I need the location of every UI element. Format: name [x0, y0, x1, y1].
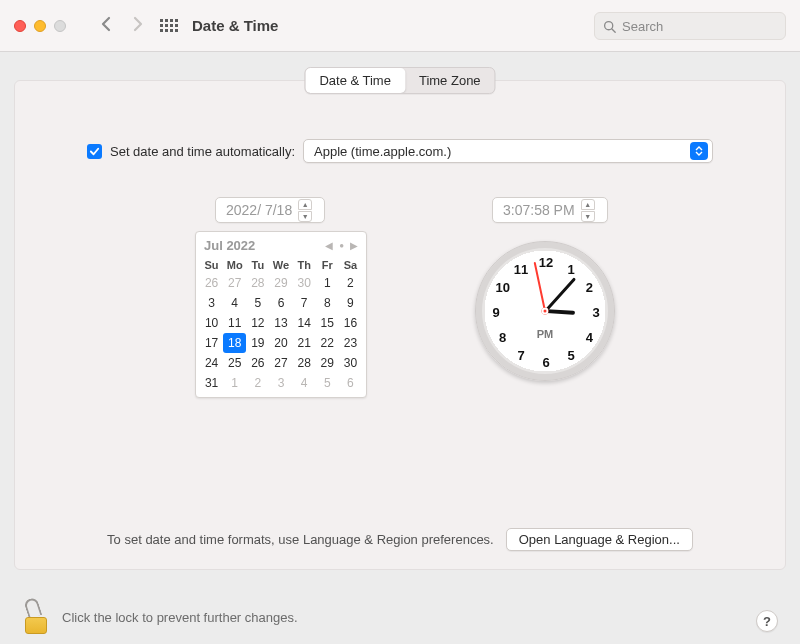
- calendar-next-icon[interactable]: ▶: [350, 240, 358, 251]
- calendar-day[interactable]: 28: [293, 353, 316, 373]
- search-field[interactable]: Search: [594, 12, 786, 40]
- calendar-day[interactable]: 1: [316, 273, 339, 293]
- time-value: 3:07:58 PM: [503, 202, 575, 218]
- date-step-up[interactable]: ▲: [298, 199, 312, 210]
- calendar[interactable]: Jul 2022 ◀ ● ▶ SuMoTuWeThFrSa26272829301…: [195, 231, 367, 398]
- calendar-day[interactable]: 15: [316, 313, 339, 333]
- preference-panel: Date & Time Time Zone Set date and time …: [14, 80, 786, 570]
- open-language-region-button[interactable]: Open Language & Region...: [506, 528, 693, 551]
- time-step-up[interactable]: ▲: [581, 199, 595, 210]
- calendar-day[interactable]: 31: [200, 373, 223, 393]
- calendar-day: 28: [246, 273, 269, 293]
- back-button[interactable]: [90, 14, 122, 37]
- calendar-dow: Su: [200, 257, 223, 273]
- calendar-day[interactable]: 16: [339, 313, 362, 333]
- clock-numeral: 1: [567, 261, 574, 276]
- calendar-day[interactable]: 4: [223, 293, 246, 313]
- clock-numeral: 9: [492, 305, 499, 320]
- date-stepper: ▲ ▼: [298, 199, 312, 222]
- footer-row: To set date and time formats, use Langua…: [15, 528, 785, 551]
- tab-group: Date & Time Time Zone: [304, 67, 495, 94]
- auto-row: Set date and time automatically: Apple (…: [87, 139, 713, 163]
- calendar-day[interactable]: 3: [200, 293, 223, 313]
- calendar-day[interactable]: 9: [339, 293, 362, 313]
- calendar-day: 26: [200, 273, 223, 293]
- calendar-day[interactable]: 11: [223, 313, 246, 333]
- calendar-day[interactable]: 6: [269, 293, 292, 313]
- calendar-day: 29: [269, 273, 292, 293]
- calendar-day[interactable]: 21: [293, 333, 316, 353]
- calendar-day[interactable]: 27: [269, 353, 292, 373]
- show-all-prefs-button[interactable]: [160, 19, 178, 32]
- calendar-dow: Fr: [316, 257, 339, 273]
- window-title: Date & Time: [192, 17, 278, 34]
- calendar-day[interactable]: 12: [246, 313, 269, 333]
- calendar-day[interactable]: 8: [316, 293, 339, 313]
- clock-numeral: 8: [499, 330, 506, 345]
- calendar-day[interactable]: 7: [293, 293, 316, 313]
- calendar-day[interactable]: 14: [293, 313, 316, 333]
- calendar-day: 30: [293, 273, 316, 293]
- clock-numeral: 5: [567, 348, 574, 363]
- auto-checkbox[interactable]: [87, 144, 102, 159]
- calendar-day[interactable]: 22: [316, 333, 339, 353]
- calendar-dow: Th: [293, 257, 316, 273]
- time-field[interactable]: 3:07:58 PM ▲ ▼: [492, 197, 608, 223]
- calendar-day: 1: [223, 373, 246, 393]
- calendar-prev-icon[interactable]: ◀: [325, 240, 333, 251]
- clock-numeral: 10: [495, 280, 509, 295]
- footer-note: To set date and time formats, use Langua…: [107, 532, 494, 547]
- window-controls: [14, 20, 66, 32]
- calendar-header: Jul 2022 ◀ ● ▶: [200, 238, 362, 257]
- calendar-day[interactable]: 29: [316, 353, 339, 373]
- calendar-day[interactable]: 24: [200, 353, 223, 373]
- calendar-today-icon[interactable]: ●: [339, 241, 344, 250]
- calendar-day: 6: [339, 373, 362, 393]
- calendar-grid: SuMoTuWeThFrSa26272829301234567891011121…: [200, 257, 362, 393]
- date-step-down[interactable]: ▼: [298, 211, 312, 222]
- forward-button[interactable]: [122, 14, 154, 37]
- calendar-day[interactable]: 18: [223, 333, 246, 353]
- clock-numeral: 12: [539, 255, 553, 270]
- time-server-combo[interactable]: Apple (time.apple.com.): [303, 139, 713, 163]
- date-field[interactable]: 2022/ 7/18 ▲ ▼: [215, 197, 325, 223]
- tab-time-zone[interactable]: Time Zone: [405, 68, 495, 93]
- ampm-label: PM: [537, 328, 554, 340]
- close-window-button[interactable]: [14, 20, 26, 32]
- time-stepper: ▲ ▼: [581, 199, 595, 222]
- auto-checkbox-wrap: Set date and time automatically:: [87, 144, 295, 159]
- calendar-title: Jul 2022: [204, 238, 255, 253]
- calendar-day[interactable]: 13: [269, 313, 292, 333]
- calendar-day[interactable]: 23: [339, 333, 362, 353]
- clock-numeral: 7: [517, 348, 524, 363]
- calendar-day: 27: [223, 273, 246, 293]
- clock-numeral: 11: [514, 261, 528, 276]
- calendar-day[interactable]: 2: [339, 273, 362, 293]
- calendar-day: 3: [269, 373, 292, 393]
- svg-line-1: [612, 28, 615, 31]
- tab-date-time[interactable]: Date & Time: [305, 68, 405, 93]
- calendar-day[interactable]: 5: [246, 293, 269, 313]
- time-server-value: Apple (time.apple.com.): [314, 144, 451, 159]
- search-placeholder: Search: [622, 19, 663, 34]
- calendar-nav: ◀ ● ▶: [325, 240, 358, 251]
- time-step-down[interactable]: ▼: [581, 211, 595, 222]
- minimize-window-button[interactable]: [34, 20, 46, 32]
- calendar-day[interactable]: 20: [269, 333, 292, 353]
- clock-numeral: 6: [542, 355, 549, 370]
- calendar-day[interactable]: 30: [339, 353, 362, 373]
- calendar-day: 2: [246, 373, 269, 393]
- clock-numeral: 2: [586, 280, 593, 295]
- lock-text: Click the lock to prevent further change…: [62, 610, 298, 625]
- lock-row: Click the lock to prevent further change…: [22, 600, 778, 634]
- calendar-day[interactable]: 25: [223, 353, 246, 373]
- analog-clock: PM 123456789101112: [475, 241, 615, 381]
- help-button[interactable]: ?: [756, 610, 778, 632]
- calendar-day[interactable]: 17: [200, 333, 223, 353]
- lock-icon[interactable]: [22, 600, 50, 634]
- calendar-day: 5: [316, 373, 339, 393]
- calendar-day[interactable]: 19: [246, 333, 269, 353]
- chevron-up-down-icon: [690, 142, 708, 160]
- calendar-day[interactable]: 26: [246, 353, 269, 373]
- calendar-day[interactable]: 10: [200, 313, 223, 333]
